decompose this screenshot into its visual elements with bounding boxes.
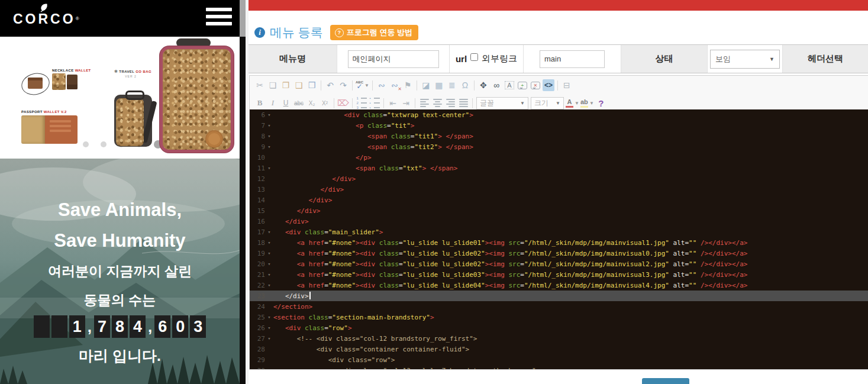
- counter-digit: 4: [130, 315, 146, 338]
- counter-digit: [34, 315, 50, 338]
- fold-arrow-icon[interactable]: ▾: [265, 229, 273, 235]
- paste-icon[interactable]: ❐: [280, 79, 292, 91]
- menu-form-row: 메뉴명 url 외부링크 상태 보임 ▼ 헤더선택: [249, 44, 868, 73]
- text-color-icon[interactable]: A▼: [566, 97, 579, 109]
- fold-arrow-icon[interactable]: ▾: [265, 240, 273, 246]
- print-icon[interactable]: ⊟: [561, 79, 573, 91]
- url-cell: url 외부링크: [450, 45, 524, 73]
- question-icon: ?: [335, 28, 344, 37]
- special-char-icon[interactable]: Ω: [459, 79, 471, 91]
- bold-icon[interactable]: B: [254, 97, 266, 109]
- unlink-icon[interactable]: ∾✕: [389, 79, 401, 91]
- code-line: 28 <div class="container container-fluid…: [250, 344, 868, 354]
- bubble-remove-icon[interactable]: ✕: [530, 79, 541, 91]
- fold-arrow-icon[interactable]: ▾: [265, 335, 273, 341]
- subscript-icon[interactable]: X₂: [306, 97, 318, 109]
- maximize-icon[interactable]: ✥: [477, 79, 489, 91]
- fold-arrow-icon[interactable]: ▾: [265, 250, 273, 256]
- bg-color-icon[interactable]: ab▼: [580, 97, 594, 109]
- bubble-add-icon[interactable]: +: [517, 79, 528, 91]
- fold-arrow-icon[interactable]: ▾: [265, 112, 273, 118]
- size-select[interactable]: 크기▼: [531, 97, 564, 109]
- indent-icon[interactable]: ⇥: [400, 97, 412, 109]
- external-link-checkbox[interactable]: [470, 53, 478, 61]
- fold-arrow-icon[interactable]: ▾: [265, 133, 273, 139]
- align-right-icon[interactable]: [444, 97, 456, 109]
- paste-word-icon[interactable]: ❒: [306, 79, 318, 91]
- url-input[interactable]: [540, 50, 605, 68]
- fold-arrow-icon[interactable]: ▾: [265, 165, 273, 171]
- code-line: 7▾ <p class="tit">: [250, 120, 868, 131]
- site-logo[interactable]: CORCO®: [13, 4, 75, 26]
- menu-name-label: 메뉴명: [249, 45, 337, 73]
- table-icon[interactable]: ▦: [433, 79, 445, 91]
- align-justify-icon[interactable]: [457, 97, 469, 109]
- italic-icon[interactable]: I: [267, 97, 279, 109]
- remove-format-icon[interactable]: ⌦: [337, 97, 349, 109]
- toolbar-separator: [321, 80, 321, 91]
- travel-version-label: VER 2: [114, 75, 147, 78]
- source-icon[interactable]: <>: [543, 79, 554, 91]
- paste-text-icon[interactable]: ❑: [293, 79, 305, 91]
- cut-icon[interactable]: ✂: [254, 79, 266, 91]
- ordered-list-icon[interactable]: 123: [356, 97, 367, 109]
- copy-icon[interactable]: ❏: [267, 79, 279, 91]
- animal-counter: 1,784,603: [0, 315, 240, 338]
- align-left-icon[interactable]: [418, 97, 430, 109]
- preview-scrollbar[interactable]: [240, 0, 246, 384]
- font-select[interactable]: 글꼴▼: [476, 97, 528, 109]
- anchor-icon[interactable]: ⚑: [402, 79, 414, 91]
- source-code-area[interactable]: 6▾ <div class="txtwrap text-center">7▾ <…: [250, 109, 868, 369]
- superscript-icon[interactable]: X²: [319, 97, 331, 109]
- strike-icon[interactable]: abc: [293, 97, 305, 109]
- carousel-dot[interactable]: [83, 141, 89, 147]
- menu-name-input[interactable]: [348, 50, 439, 68]
- underline-icon[interactable]: U: [280, 97, 292, 109]
- counter-digit: 0: [172, 315, 188, 338]
- help-icon[interactable]: ?: [595, 97, 607, 109]
- site-preview: CORCO® NECKLACE WALLET ✻ TRAVEL GO BAG V…: [0, 0, 240, 384]
- counter-digit: 6: [154, 315, 170, 338]
- necklace-wallet-pouch: [28, 78, 43, 89]
- carousel-dot[interactable]: [101, 141, 107, 147]
- find-replace-icon[interactable]: ∞: [491, 79, 502, 91]
- hero-subtitle1: 여러분이 지금까지 살린: [0, 262, 240, 280]
- menu-name-cell: [337, 45, 450, 73]
- align-center-icon[interactable]: [431, 97, 443, 109]
- necklace-wallet-label: NECKLACE WALLET: [52, 69, 91, 72]
- fold-arrow-icon[interactable]: ▾: [265, 144, 273, 150]
- fold-arrow-icon[interactable]: ▾: [265, 122, 273, 128]
- select-all-icon[interactable]: A: [504, 79, 515, 91]
- fold-arrow-icon[interactable]: ▾: [265, 314, 273, 320]
- fold-arrow-icon[interactable]: ▾: [265, 325, 273, 331]
- code-line: 18▾ <a href="#none"><div class="lu_slide…: [250, 237, 868, 248]
- program-link-help-button[interactable]: ? 프로그램 연동 방법: [330, 25, 418, 40]
- fold-arrow-icon[interactable]: ▾: [265, 261, 273, 267]
- horizontal-rule-icon[interactable]: ≣: [446, 79, 458, 91]
- save-button[interactable]: 저장하기: [642, 378, 689, 384]
- outdent-icon[interactable]: ⇤: [387, 97, 399, 109]
- toolbar-separator: [372, 80, 373, 91]
- travel-bag-badge: [205, 130, 223, 148]
- hamburger-menu-icon[interactable]: [206, 8, 232, 29]
- url-value-cell: [524, 45, 621, 73]
- cork-wallet-image: [52, 73, 66, 90]
- toolbar-separator: [352, 80, 353, 91]
- counter-digit: 1: [69, 315, 85, 338]
- unordered-list-icon[interactable]: •••: [369, 97, 380, 109]
- header-select-label: 헤더선택: [783, 45, 868, 73]
- link-icon[interactable]: ∾: [376, 79, 388, 91]
- fold-arrow-icon[interactable]: ▾: [265, 272, 273, 277]
- scrollbar-thumb[interactable]: [240, 0, 246, 37]
- spellcheck-icon[interactable]: ABC✓▼: [356, 79, 369, 91]
- travel-go-bag-label: ✻ TRAVEL GO BAG: [114, 69, 151, 74]
- code-line: 13 </div>: [250, 184, 868, 195]
- counter-digit: [51, 315, 67, 338]
- redo-icon[interactable]: ↷: [337, 79, 349, 91]
- code-line: 10 </p>: [250, 152, 868, 163]
- image-icon[interactable]: ◪: [420, 79, 432, 91]
- fold-arrow-icon[interactable]: ▾: [265, 282, 273, 288]
- status-cell: 보임 ▼: [708, 45, 783, 73]
- status-select[interactable]: 보임 ▼: [710, 50, 780, 69]
- undo-icon[interactable]: ↶: [324, 79, 336, 91]
